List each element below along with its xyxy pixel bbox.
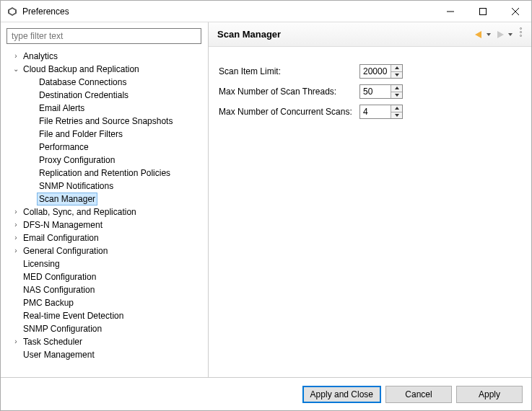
spinner-down-button[interactable] [391,92,402,99]
tree-item[interactable]: ›Performance [6,141,202,154]
chevron-right-icon[interactable]: › [11,218,21,231]
tree-item[interactable]: ›Task Scheduler [6,335,202,348]
window-title: Preferences [22,6,69,17]
tree-item[interactable]: ›Database Connections [6,76,202,89]
max-threads-label: Max Number of Scan Threads: [219,87,359,97]
tree-item[interactable]: ›User Management [6,348,202,361]
tree-item-label: Email Alerts [37,102,87,115]
tree-item[interactable]: ›Destination Credentials [6,89,202,102]
preferences-tree[interactable]: ›Analytics⌄Cloud Backup and Replication›… [6,50,202,371]
tree-item[interactable]: ›DFS-N Management [6,218,202,231]
max-concurrent-input[interactable] [360,105,391,118]
tree-item-label: Performance [37,141,91,154]
max-concurrent-spinner[interactable] [359,105,403,119]
tree-item-label: File Retries and Source Snapshots [37,115,175,128]
max-threads-spinner[interactable] [359,84,403,99]
tree-item[interactable]: ›MED Configuration [6,270,202,283]
close-button[interactable] [499,1,531,22]
scan-item-limit-label: Scan Item Limit: [219,66,359,76]
form-area: Scan Item Limit: Max Number of Scan Thre… [209,47,531,377]
arrow-right-icon [495,30,507,39]
page-title: Scan Manager [217,29,472,40]
tree-item[interactable]: ›Email Configuration [6,231,202,244]
tree-item-label: PMC Backup [21,296,76,309]
chevron-right-icon[interactable]: › [11,231,21,244]
tree-item[interactable]: ›Collab, Sync, and Replication [6,206,202,218]
tree-item-label: Collab, Sync, and Replication [21,206,139,218]
dialog-footer: Apply and Close Cancel Apply [1,377,531,410]
tree-item-label: NAS Configuration [21,283,97,296]
chevron-right-icon[interactable]: › [11,335,21,348]
tree-item-label: Proxy Configuration [37,154,117,167]
tree-item[interactable]: ›PMC Backup [6,296,202,309]
tree-item[interactable]: ›Scan Manager [6,193,202,206]
preferences-dialog: Preferences ›Analytics⌄Cloud Backup and … [0,0,532,411]
sidebar: ›Analytics⌄Cloud Backup and Replication›… [1,22,209,377]
chevron-down-icon[interactable]: ⌄ [11,63,21,76]
arrow-left-icon [474,30,485,39]
tree-item-label: Email Configuration [21,231,101,244]
spinner-down-button[interactable] [391,112,402,119]
tree-item[interactable]: ›Proxy Configuration [6,154,202,167]
tree-item-label: MED Configuration [21,270,98,283]
filter-input[interactable] [6,28,201,44]
minimize-button[interactable] [434,1,466,22]
maximize-button[interactable] [466,1,499,22]
tree-item-label: User Management [21,348,97,361]
nav-back-button[interactable] [472,27,492,42]
chevron-down-icon [487,33,491,36]
tree-item-label: SNMP Configuration [21,322,104,335]
tree-item[interactable]: ›General Configuration [6,244,202,257]
tree-item[interactable]: ›Real-time Event Detection [6,309,202,322]
max-threads-input[interactable] [360,85,391,98]
spinner-down-button[interactable] [391,71,402,79]
tree-item-label: Cloud Backup and Replication [21,63,141,76]
tree-item-label: Analytics [21,50,60,63]
view-menu-button[interactable] [515,27,526,42]
scan-item-limit-input[interactable] [360,65,391,78]
tree-item-label: DFS-N Management [21,218,105,231]
tree-item-label: Destination Credentials [37,89,131,102]
spinner-up-button[interactable] [391,105,402,112]
tree-item[interactable]: ⌄Cloud Backup and Replication [6,63,202,76]
titlebar: Preferences [1,1,531,22]
chevron-down-icon [508,33,513,36]
chevron-right-icon[interactable]: › [11,50,21,63]
tree-item-label: Task Scheduler [21,335,84,348]
cancel-button[interactable]: Cancel [385,386,452,403]
tree-item[interactable]: ›Replication and Retention Policies [6,167,202,180]
content-pane: Scan Manager Scan Item Limit: Max Numbe [209,22,531,377]
max-concurrent-label: Max Number of Concurrent Scans: [219,107,359,117]
tree-item[interactable]: ›File Retries and Source Snapshots [6,115,202,128]
tree-item-label: SNMP Notifications [37,180,115,193]
tree-item[interactable]: ›NAS Configuration [6,283,202,296]
svg-rect-3 [479,8,486,14]
tree-item[interactable]: ›Email Alerts [6,102,202,115]
tree-item-label: Replication and Retention Policies [37,167,173,180]
nav-forward-button[interactable] [494,27,514,42]
app-icon [6,6,18,17]
tree-item[interactable]: ›SNMP Notifications [6,180,202,193]
spinner-up-button[interactable] [391,85,402,92]
apply-button[interactable]: Apply [456,386,523,403]
content-header: Scan Manager [209,22,531,47]
chevron-right-icon[interactable]: › [11,206,21,218]
spinner-up-button[interactable] [391,65,402,71]
tree-item[interactable]: ›File and Folder Filters [6,128,202,141]
tree-item-label: Real-time Event Detection [21,309,126,322]
tree-item-label: Licensing [21,257,62,270]
tree-item-label: File and Folder Filters [37,128,125,141]
tree-item-label: Database Connections [37,76,128,89]
chevron-right-icon[interactable]: › [11,244,21,257]
tree-item[interactable]: ›SNMP Configuration [6,322,202,335]
tree-item-label: General Configuration [21,244,110,257]
tree-item[interactable]: ›Analytics [6,50,202,63]
tree-item[interactable]: ›Licensing [6,257,202,270]
scan-item-limit-spinner[interactable] [359,64,403,79]
tree-item-label: Scan Manager [37,193,97,206]
apply-and-close-button[interactable]: Apply and Close [302,386,381,403]
